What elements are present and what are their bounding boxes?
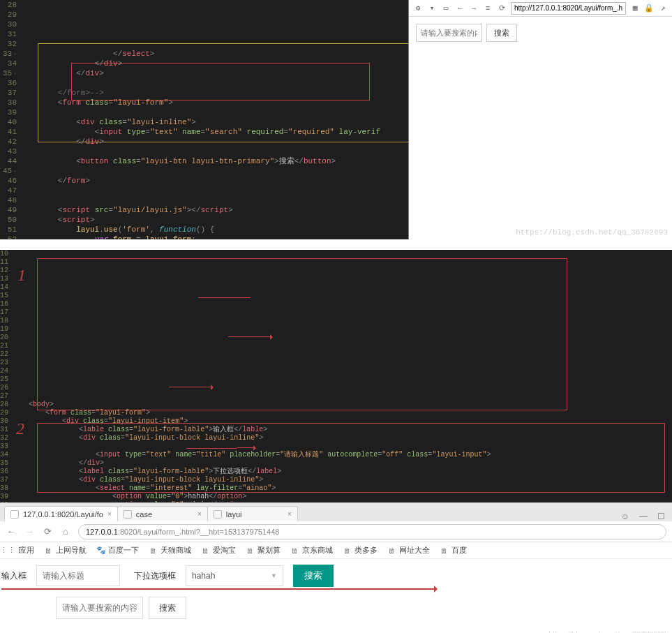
gear-icon[interactable]: ⚙ xyxy=(413,3,423,13)
code-area-2[interactable]: 1 2 <body> <form class="layui-form"> <di… xyxy=(12,250,672,502)
window-controls: ☺ — ☐ xyxy=(621,512,672,521)
bookmark-label: 应用 xyxy=(19,545,34,556)
bookmark-item[interactable]: 🗎上网导航 xyxy=(44,545,87,556)
user-icon[interactable]: ☺ xyxy=(621,512,629,521)
back-icon[interactable]: ← xyxy=(455,3,465,13)
apps-shortcut[interactable]: ⋮⋮⋮应用 xyxy=(7,545,34,556)
code-editor-1[interactable]: 2829303132333435363738394041424344454647… xyxy=(0,0,408,239)
caret-icon[interactable]: ▾ xyxy=(427,3,437,13)
paw-icon: 🐾 xyxy=(96,546,105,555)
bookmark-label: 爱淘宝 xyxy=(213,545,236,556)
browser-window: 127.0.0.1:8020/Layui/fo × case × layui ×… xyxy=(0,502,672,633)
forward-icon[interactable]: → xyxy=(24,526,35,537)
annotation-1: 1 xyxy=(17,271,26,279)
form1-highlight-box xyxy=(37,258,567,410)
omnibox-host: 127.0.0.1 xyxy=(86,528,118,536)
page-icon: 🗎 xyxy=(44,546,53,555)
chevron-down-icon: ▼ xyxy=(271,572,277,579)
interest-select[interactable]: hahah ▼ xyxy=(186,565,283,586)
bookmark-label: 天猫商城 xyxy=(160,545,191,556)
code-editor-2-panel: 1011121314151617181920212223242526272829… xyxy=(0,250,672,502)
preview-search-input[interactable] xyxy=(416,24,482,42)
watermark-text: https://blog.csdn.net/qq_36782693 xyxy=(548,630,666,633)
preview-body: 搜索 xyxy=(409,17,672,239)
tab-bar: 127.0.0.1:8020/Layui/fo × case × layui ×… xyxy=(0,503,672,521)
bookmark-label: 百度 xyxy=(451,545,467,556)
underline-layui-inline-1 xyxy=(198,297,251,298)
preview-toolbar: ⚙ ▾ ▭ ← → ≡ ⟳ ▦ 🔒 ↗ xyxy=(409,0,672,17)
bookmark-label: 京东商城 xyxy=(302,545,333,556)
search-input[interactable] xyxy=(56,597,143,619)
search-button-plain[interactable]: 搜索 xyxy=(149,597,186,619)
page-icon: 🗎 xyxy=(387,546,396,555)
input-label: 输入框 xyxy=(1,570,27,582)
tab-title: layui xyxy=(226,510,242,519)
tab-title: case xyxy=(136,510,152,519)
line-gutter-2: 1011121314151617181920212223242526272829… xyxy=(0,250,12,502)
watermark-text: https://blog.csdn.net/qq_36782693 xyxy=(516,228,668,237)
page-icon: 🗎 xyxy=(343,546,352,555)
address-bar: ← → ⟳ ⌂ 127.0.0.1:8020/Layui/form_.html?… xyxy=(0,521,672,542)
page-icon: 🗎 xyxy=(290,546,299,555)
back-icon[interactable]: ← xyxy=(6,526,17,537)
arrow-layui-inline-2 xyxy=(169,387,211,387)
form-1: 输入框 下拉选项框 hahah ▼ 搜索 xyxy=(0,563,672,588)
line-gutter-1: 2829303132333435363738394041424344454647… xyxy=(0,0,21,239)
bookmark-label: 类多多 xyxy=(354,545,378,556)
bookmark-label: 聚划算 xyxy=(257,545,281,556)
favicon-icon xyxy=(10,510,19,519)
close-icon[interactable]: × xyxy=(107,510,112,518)
top-panel: 2829303132333435363738394041424344454647… xyxy=(0,0,672,239)
bookmark-item[interactable]: 🗎类多多 xyxy=(343,545,378,556)
omnibox-path: :8020/Layui/form_.html?__hbt=15313797514… xyxy=(118,528,280,536)
bookmark-item[interactable]: 🐾百度一下 xyxy=(96,545,139,556)
minimize-icon[interactable]: — xyxy=(639,512,648,521)
device-icon[interactable]: ▭ xyxy=(441,3,451,13)
tab-2[interactable]: case × xyxy=(117,506,208,521)
arrow-lay-filter xyxy=(228,336,270,337)
preview-url-input[interactable] xyxy=(511,2,626,15)
bookmark-label: 百度一下 xyxy=(108,545,139,556)
search-button-green[interactable]: 搜索 xyxy=(293,565,334,587)
qr-icon[interactable]: ▦ xyxy=(630,3,640,13)
forward-icon[interactable]: → xyxy=(469,3,479,13)
bookmark-item[interactable]: 🗎百度 xyxy=(440,545,467,556)
favicon-icon xyxy=(124,510,132,519)
form-2: 搜索 xyxy=(0,588,672,619)
omnibox[interactable]: 127.0.0.1:8020/Layui/form_.html?__hbt=15… xyxy=(78,524,666,539)
lock-icon[interactable]: 🔒 xyxy=(644,3,654,13)
preview-pane: ⚙ ▾ ▭ ← → ≡ ⟳ ▦ 🔒 ↗ 搜索 https://blog.csdn… xyxy=(408,0,672,239)
close-icon[interactable]: × xyxy=(197,510,202,518)
code-area-1[interactable]: </select> </div> </div> </form>--> <form… xyxy=(21,0,408,239)
maximize-icon[interactable]: ☐ xyxy=(657,512,665,521)
preview-search-button[interactable]: 搜索 xyxy=(486,24,517,42)
page-icon: 🗎 xyxy=(201,546,210,555)
select-value: hahah xyxy=(192,571,215,581)
tab-title: 127.0.0.1:8020/Layui/fo xyxy=(23,510,103,519)
popout-icon[interactable]: ↗ xyxy=(658,3,668,13)
bookmarks-bar: ⋮⋮⋮应用 🗎上网导航 🐾百度一下 🗎天猫商城 🗎爱淘宝 🗎聚划算 🗎京东商城 … xyxy=(0,542,672,559)
page-icon: 🗎 xyxy=(440,546,449,555)
tab-3[interactable]: layui × xyxy=(207,506,298,521)
tab-1[interactable]: 127.0.0.1:8020/Layui/fo × xyxy=(4,506,118,521)
bookmark-label: 网址大全 xyxy=(399,545,430,556)
bookmark-item[interactable]: 🗎京东商城 xyxy=(290,545,333,556)
refresh-icon[interactable]: ⟳ xyxy=(497,3,507,13)
page-icon: 🗎 xyxy=(149,546,158,555)
bookmark-item[interactable]: 🗎网址大全 xyxy=(387,545,430,556)
bookmark-label: 上网导航 xyxy=(56,545,87,556)
rendered-page: 输入框 下拉选项框 hahah ▼ 搜索 搜索 https://blog.csd… xyxy=(0,559,672,633)
title-input[interactable] xyxy=(36,565,120,586)
favicon-icon xyxy=(214,510,222,519)
page-icon: 🗎 xyxy=(246,546,255,555)
reload-icon[interactable]: ⟳ xyxy=(42,526,53,537)
bookmark-item[interactable]: 🗎聚划算 xyxy=(246,545,281,556)
apps-icon: ⋮⋮⋮ xyxy=(7,546,16,555)
select-label: 下拉选项框 xyxy=(134,570,176,582)
bookmark-item[interactable]: 🗎天猫商城 xyxy=(149,545,191,556)
bookmark-item[interactable]: 🗎爱淘宝 xyxy=(201,545,236,556)
stop-icon[interactable]: ≡ xyxy=(483,3,493,13)
home-icon[interactable]: ⌂ xyxy=(60,526,71,537)
close-icon[interactable]: × xyxy=(288,510,292,518)
